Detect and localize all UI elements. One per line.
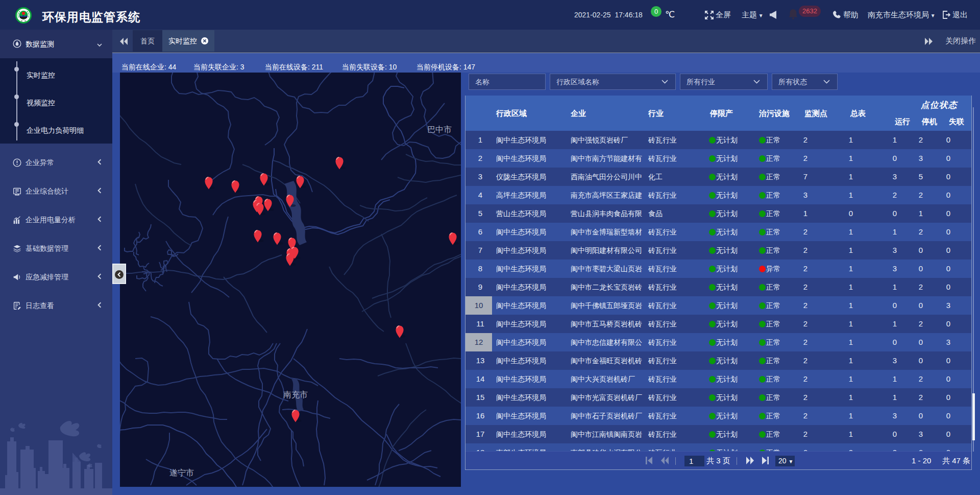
svg-text:南充市: 南充市 — [283, 390, 308, 399]
svg-text:遂宁市: 遂宁市 — [169, 468, 194, 477]
svg-text:巴中市: 巴中市 — [427, 125, 452, 134]
